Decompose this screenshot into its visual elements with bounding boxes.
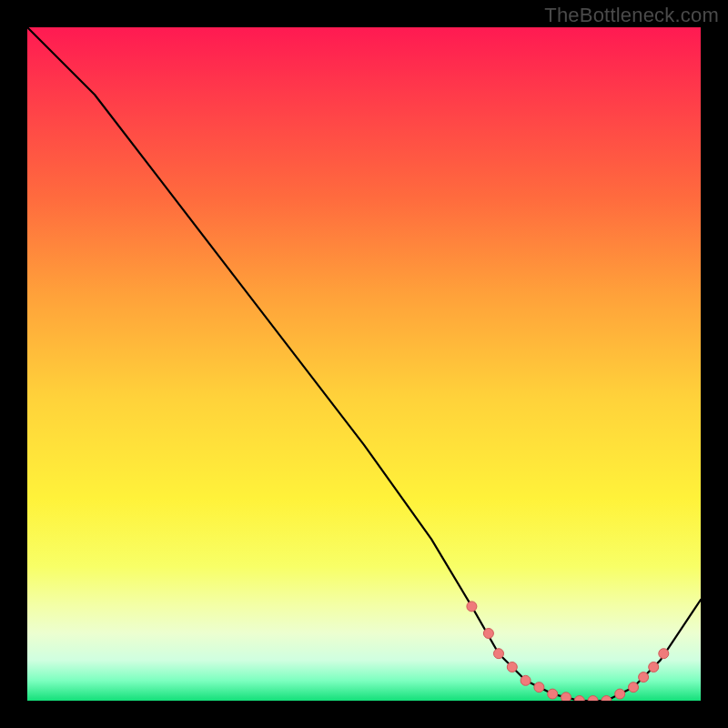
bottleneck-curve: [27, 27, 701, 701]
highlight-dots: [467, 602, 669, 701]
highlight-dot: [639, 672, 649, 682]
plot-area: [27, 27, 701, 701]
highlight-dot: [534, 682, 544, 693]
chart-stage: TheBottleneck.com: [0, 0, 728, 728]
highlight-dot: [649, 662, 659, 672]
highlight-dot: [494, 649, 504, 659]
highlight-dot: [548, 689, 558, 699]
highlight-dot: [588, 696, 598, 702]
highlight-dot: [561, 693, 571, 701]
highlight-dot: [629, 682, 639, 693]
highlight-dot: [467, 602, 477, 612]
highlight-dot: [659, 649, 669, 659]
highlight-dot: [483, 629, 493, 639]
highlight-dot: [507, 662, 517, 672]
highlight-dot: [615, 689, 625, 699]
attribution-label: TheBottleneck.com: [544, 4, 719, 27]
highlight-dot: [521, 675, 531, 685]
curve-svg: [27, 27, 701, 701]
highlight-dot: [574, 696, 584, 702]
highlight-dot: [602, 696, 612, 702]
